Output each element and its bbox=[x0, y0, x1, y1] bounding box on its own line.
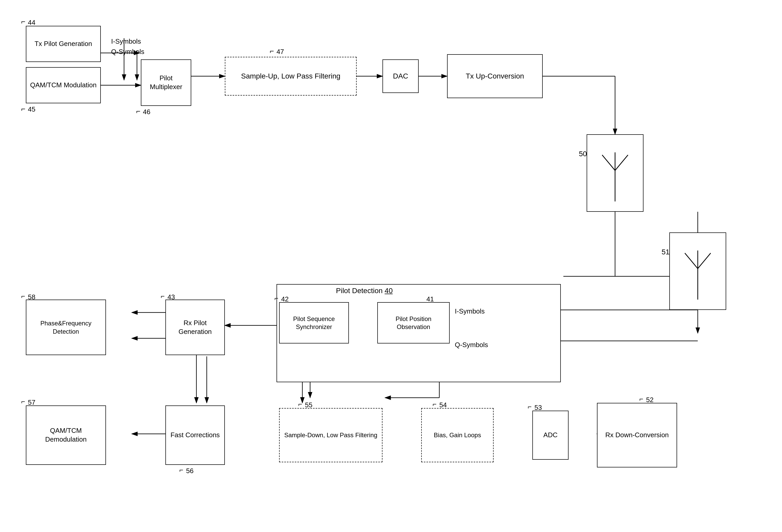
qam-tcm-mod-block: QAM/TCM Modulation bbox=[26, 67, 101, 103]
svg-line-36 bbox=[615, 155, 628, 170]
ref-44-curve: ⌐ bbox=[21, 17, 25, 26]
i-symbols-bot-label: I-Symbols bbox=[455, 307, 485, 315]
ref-47: 47 bbox=[277, 48, 284, 56]
dac-block: DAC bbox=[383, 60, 419, 93]
ref-57-curve: ⌐ bbox=[21, 398, 25, 406]
tx-pilot-gen-block: Tx Pilot Generation bbox=[26, 26, 101, 62]
ref-56: 56 bbox=[186, 467, 193, 475]
ref-55: 55 bbox=[305, 401, 313, 409]
ref-53: 53 bbox=[534, 404, 542, 412]
bias-gain-block: Bias, Gain Loops bbox=[421, 408, 494, 462]
pilot-mux-block: Pilot Multiplexer bbox=[141, 60, 191, 106]
ref-58-curve: ⌐ bbox=[21, 292, 25, 300]
ref-43-curve: ⌐ bbox=[161, 292, 165, 300]
q-symbols-top-label: Q-Symbols bbox=[111, 48, 144, 56]
rx-pilot-gen-block: Rx Pilot Generation bbox=[166, 300, 225, 355]
ref-58: 58 bbox=[28, 293, 35, 301]
antenna-rx-box bbox=[669, 232, 726, 310]
ref-42: 42 bbox=[281, 295, 289, 303]
antenna-tx-box bbox=[586, 134, 643, 212]
ref-47-curve: ⌐ bbox=[270, 47, 274, 55]
ref-55-curve: ⌐ bbox=[298, 400, 302, 408]
ref-51: 51 bbox=[662, 248, 670, 256]
i-symbols-top-label: I-Symbols bbox=[111, 37, 141, 45]
adc-block: ADC bbox=[532, 411, 569, 460]
ref-52: 52 bbox=[646, 396, 653, 404]
qam-tcm-demod-block: QAM/TCM Demodulation bbox=[26, 406, 106, 465]
ref-56-curve: ⌐ bbox=[179, 466, 183, 474]
ref-54: 54 bbox=[439, 401, 447, 409]
ref-53-curve: ⌐ bbox=[528, 403, 532, 411]
antenna-tx-svg bbox=[592, 140, 638, 206]
antenna-rx-svg bbox=[675, 238, 721, 305]
svg-line-39 bbox=[685, 253, 698, 269]
pilot-pos-obs-block: Pilot Position Observation bbox=[377, 302, 450, 343]
phase-freq-det-block: Phase&Frequency Detection bbox=[26, 300, 106, 355]
ref-44: 44 bbox=[28, 18, 35, 27]
fast-corrections-block: Fast Corrections bbox=[166, 406, 225, 465]
ref-52-curve: ⌐ bbox=[639, 395, 643, 403]
diagram: Tx Pilot Generation 44 ⌐ QAM/TCM Modulat… bbox=[0, 0, 782, 532]
ref-43: 43 bbox=[168, 293, 175, 301]
pilot-seq-sync-block: Pilot Sequence Synchronizer bbox=[279, 302, 349, 343]
ref-46-curve: ⌐ bbox=[136, 107, 140, 115]
ref-46: 46 bbox=[143, 108, 150, 116]
ref-57: 57 bbox=[28, 398, 35, 407]
ref-45-curve: ⌐ bbox=[21, 105, 25, 113]
q-symbols-bot-label: Q-Symbols bbox=[455, 341, 488, 349]
sample-down-block: Sample-Down, Low Pass Filtering bbox=[279, 408, 383, 462]
tx-upconv-block: Tx Up-Conversion bbox=[447, 54, 543, 98]
ref-54-curve: ⌐ bbox=[433, 400, 436, 408]
rx-downconv-block: Rx Down-Conversion bbox=[597, 403, 677, 467]
ref-41: 41 bbox=[426, 295, 434, 303]
svg-line-35 bbox=[602, 155, 615, 170]
sample-up-block: Sample-Up, Low Pass Filtering bbox=[225, 57, 357, 96]
svg-line-40 bbox=[698, 253, 711, 269]
ref-42-curve: ⌐ bbox=[275, 294, 278, 302]
pilot-detection-label: Pilot Detection 40 bbox=[336, 287, 393, 295]
ref-50: 50 bbox=[579, 150, 587, 158]
ref-45: 45 bbox=[28, 105, 35, 113]
